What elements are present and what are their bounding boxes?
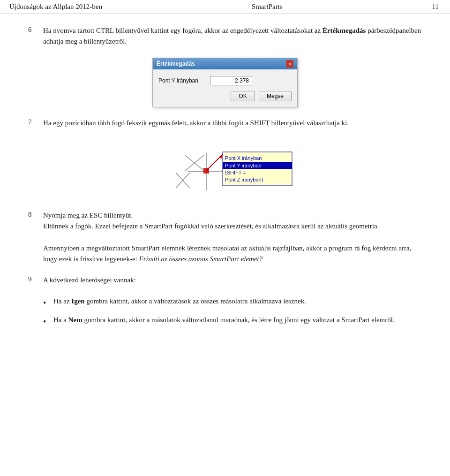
dialog-ok-button[interactable]: OK — [231, 91, 255, 101]
section-8-italic: Frissíti az összes azonos SmartPart elem… — [139, 255, 263, 263]
dialog-cancel-button[interactable]: Mégse — [259, 91, 292, 101]
page-content: 6 Ha nyomva tartott CTRL billentyűvel ka… — [0, 14, 450, 351]
bullet-dot-1: • — [43, 296, 53, 310]
bold-ertékmegadas: Értékmegadás — [322, 27, 366, 34]
svg-text:Pont Y irányban: Pont Y irányban — [225, 163, 262, 168]
bold-igen: Igen — [71, 297, 84, 305]
section-number-9: 9 — [28, 275, 43, 286]
section-number-8: 8 — [28, 210, 43, 264]
section-number-7: 7 — [28, 118, 43, 128]
section-6: 6 Ha nyomva tartott CTRL billentyűvel ka… — [28, 25, 422, 47]
section-body-9: A következő lehetőségei vannak: — [43, 275, 422, 286]
bullet-list: • Ha az Igen gombra kattint, akkor a vál… — [43, 296, 422, 329]
svg-text:Pont Z irányban}: Pont Z irányban} — [225, 177, 263, 182]
dialog-input[interactable] — [210, 76, 252, 85]
section-body-6: Ha nyomva tartott CTRL billentyűvel katt… — [43, 25, 422, 47]
tooltip-screenshot: Pont X irányban Pont Y irányban {SHIFT =… — [28, 139, 422, 200]
svg-text:Pont X irányban: Pont X irányban — [225, 155, 262, 161]
dialog-box: Értékmegadás × Pont Y irányban OK Mégse — [152, 58, 298, 107]
svg-text:{SHIFT =: {SHIFT = — [225, 170, 246, 175]
bullet-dot-2: • — [43, 315, 53, 329]
dialog-body: Pont Y irányban OK Mégse — [153, 69, 297, 107]
dialog-close-button[interactable]: × — [286, 60, 293, 68]
bullet-text-igen: Ha az Igen gombra kattint, akkor a válto… — [53, 296, 422, 310]
section-number-6: 6 — [28, 25, 43, 47]
dialog-titlebar: Értékmegadás × — [153, 58, 297, 69]
svg-marker-7 — [219, 154, 223, 159]
section-7: 7 Ha egy pozícióban több fogó fekszik eg… — [28, 118, 422, 128]
dialog-label: Pont Y irányban — [158, 77, 210, 84]
page-header: Újdonságok az Allplan 2012-ben SmartPart… — [0, 0, 450, 14]
bold-nem: Nem — [68, 316, 82, 324]
section-8-line1: Nyomja meg az ESC billentyűt. — [43, 212, 133, 219]
header-right: 11 — [432, 3, 439, 11]
dialog-screenshot: Értékmegadás × Pont Y irányban OK Mégse — [28, 58, 422, 107]
section-9: 9 A következő lehetőségei vannak: — [28, 275, 422, 286]
section-8-line2: Eltűnnek a fogók. Ezzel befejezte a Smar… — [43, 222, 379, 230]
header-center: SmartParts — [252, 3, 283, 11]
dialog-buttons: OK Mégse — [158, 91, 292, 101]
dialog-row: Pont Y irányban — [158, 76, 292, 85]
bullet-text-nem: Ha a Nem gombra kattint, akkor a másolat… — [53, 315, 422, 329]
crosshair-diagram: Pont X irányban Pont Y irányban {SHIFT =… — [150, 139, 300, 200]
dialog-title: Értékmegadás — [157, 60, 195, 67]
section-8-line3: Amennyiben a megváltoztatott SmartPart e… — [43, 244, 412, 263]
section-8: 8 Nyomja meg az ESC billentyűt. Eltűnnek… — [28, 210, 422, 264]
section-body-7: Ha egy pozícióban több fogó fekszik egym… — [43, 118, 422, 128]
bullet-item-nem: • Ha a Nem gombra kattint, akkor a másol… — [43, 315, 422, 329]
section-body-8: Nyomja meg az ESC billentyűt. Eltűnnek a… — [43, 210, 422, 264]
section-9-intro: A következő lehetőségei vannak: — [43, 276, 136, 284]
svg-rect-8 — [203, 168, 209, 174]
header-left: Újdonságok az Allplan 2012-ben — [9, 3, 102, 11]
bullet-item-igen: • Ha az Igen gombra kattint, akkor a vál… — [43, 296, 422, 310]
